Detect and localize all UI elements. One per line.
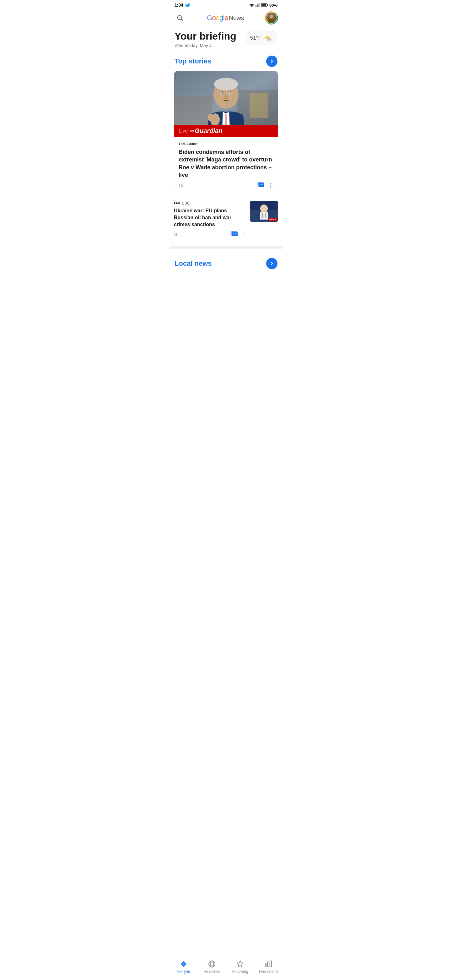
briefing-date: Wednesday, May 4 [174,43,236,48]
featured-article-time: 1h [179,183,183,188]
local-news-header: Local news [170,255,282,273]
svg-rect-11 [268,19,274,22]
svg-point-19 [269,39,271,41]
partly-cloudy-icon [264,33,273,42]
svg-line-8 [181,19,183,21]
svg-point-49 [260,204,268,213]
weather-temperature: 51°F [250,35,262,41]
svg-rect-1 [257,5,258,7]
featured-article-card[interactable]: Live The Guardian The Guardian Biden con… [174,71,278,192]
briefing-title: Your briefing [174,31,236,42]
secondary-more-button[interactable]: ⋮ [241,231,247,238]
svg-point-31 [222,93,223,95]
twitter-icon [185,3,190,7]
svg-point-26 [214,78,238,91]
secondary-article[interactable]: BBC Ukraine war: EU plans Russian oil ba… [170,197,282,242]
top-stories-title: Top stories [174,57,211,65]
secondary-coverage-button[interactable] [230,231,238,238]
svg-rect-53 [265,213,266,218]
section-divider [170,246,282,249]
local-news-title: Local news [174,259,212,267]
battery-percent: 80% [269,3,278,8]
svg-text:The: The [179,142,184,145]
weather-widget[interactable]: 51°F [246,31,278,45]
featured-coverage-button[interactable] [257,182,265,189]
top-stories-arrow-button[interactable] [266,56,278,67]
featured-article-headline: Biden condemns efforts of extremist 'Mag… [179,148,273,179]
svg-rect-0 [255,5,257,7]
top-stories-header: Top stories [170,53,282,71]
secondary-article-time: 1h [174,232,178,237]
news-badge: NEWS [268,218,277,221]
svg-rect-52 [264,213,264,218]
svg-rect-51 [262,213,263,218]
svg-rect-2 [258,3,259,7]
article-divider [174,195,278,195]
secondary-article-headline: Ukraine war: EU plans Russian oil ban an… [174,207,247,228]
google-news-logo: Google News [207,14,244,22]
battery-icon [261,3,268,7]
svg-rect-6 [262,4,266,6]
svg-point-28 [208,114,213,121]
svg-point-9 [270,15,273,19]
secondary-article-image: NEWS [250,201,278,222]
app-header: Google News [170,9,282,28]
secondary-source-name: BBC [182,201,190,205]
svg-rect-24 [249,93,268,118]
guardian-logo-text: Guardian [195,127,222,134]
svg-rect-3 [259,3,260,7]
svg-point-32 [230,93,232,95]
profile-avatar-button[interactable] [265,11,278,24]
featured-more-button[interactable]: ⋮ [268,182,273,189]
wifi-icon [249,3,254,7]
briefing-section: Your briefing Wednesday, May 4 51°F [170,28,282,53]
signal-icon [255,3,260,7]
status-time: 1:34 [174,3,183,8]
featured-source-logo: The Guardian [179,141,273,146]
featured-article-image: Live The Guardian [174,71,278,137]
svg-text:Guardian: Guardian [184,142,197,145]
search-button[interactable] [174,12,186,24]
svg-rect-5 [267,5,268,6]
bbc-logo-dots [174,202,180,204]
status-bar: 1:34 80% [170,0,282,9]
local-news-section: Local news [170,253,282,274]
local-news-arrow-button[interactable] [266,258,278,269]
guardian-live-badge: Live The Guardian [174,125,278,137]
